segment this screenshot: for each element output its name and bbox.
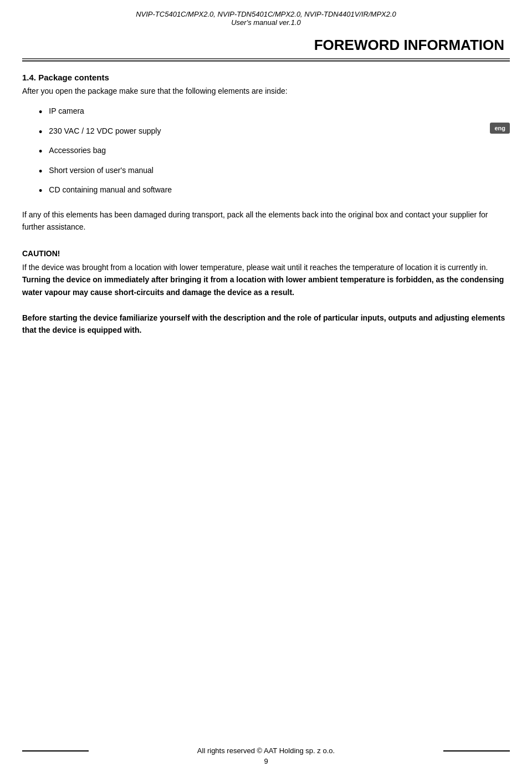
language-badge: eng <box>490 123 510 134</box>
list-item: IP camera <box>39 106 510 119</box>
list-item: Accessories bag <box>39 146 510 158</box>
page-container: NVIP-TC5401C/MPX2.0, NVIP-TDN5401C/MPX2.… <box>0 0 532 782</box>
page-footer: All rights reserved © AAT Holding sp. z … <box>0 747 532 765</box>
intro-text: After you open the package make sure tha… <box>22 87 510 95</box>
package-contents-list: IP camera 230 VAC / 12 VDC power supply … <box>39 106 510 197</box>
damage-notice: If any of this elements has been damaged… <box>22 209 510 233</box>
caution-text: If the device was brought from a locatio… <box>22 261 510 298</box>
list-item: CD containing manual and software <box>39 185 510 197</box>
header-line2: User's manual ver.1.0 <box>22 18 510 27</box>
list-item: Short version of user's manual <box>39 166 510 178</box>
footer-rule-right <box>443 750 510 751</box>
title-section: FOREWORD INFORMATION <box>0 31 532 54</box>
foreword-title: FOREWORD INFORMATION <box>314 37 510 54</box>
footer-rule-left <box>22 750 89 751</box>
section-heading: 1.4. Package contents <box>22 73 510 82</box>
caution-label: CAUTION! <box>22 249 510 258</box>
header-line1: NVIP-TC5401C/MPX2.0, NVIP-TDN5401C/MPX2.… <box>22 10 510 18</box>
caution-section: CAUTION! If the device was brought from … <box>22 249 510 298</box>
caution-text-part2: Turning the device on immediately after … <box>22 275 504 296</box>
footer-copyright: All rights reserved © AAT Holding sp. z … <box>197 747 335 755</box>
warning-text: Before starting the device familiarize y… <box>22 312 510 337</box>
section-divider <box>22 58 510 62</box>
footer-line: All rights reserved © AAT Holding sp. z … <box>22 747 510 755</box>
main-content: eng 1.4. Package contents After you open… <box>0 73 532 337</box>
page-header: NVIP-TC5401C/MPX2.0, NVIP-TDN5401C/MPX2.… <box>0 0 532 31</box>
page-number: 9 <box>22 757 510 765</box>
caution-text-part1: If the device was brought from a locatio… <box>22 263 488 272</box>
list-item: 230 VAC / 12 VDC power supply <box>39 126 510 139</box>
